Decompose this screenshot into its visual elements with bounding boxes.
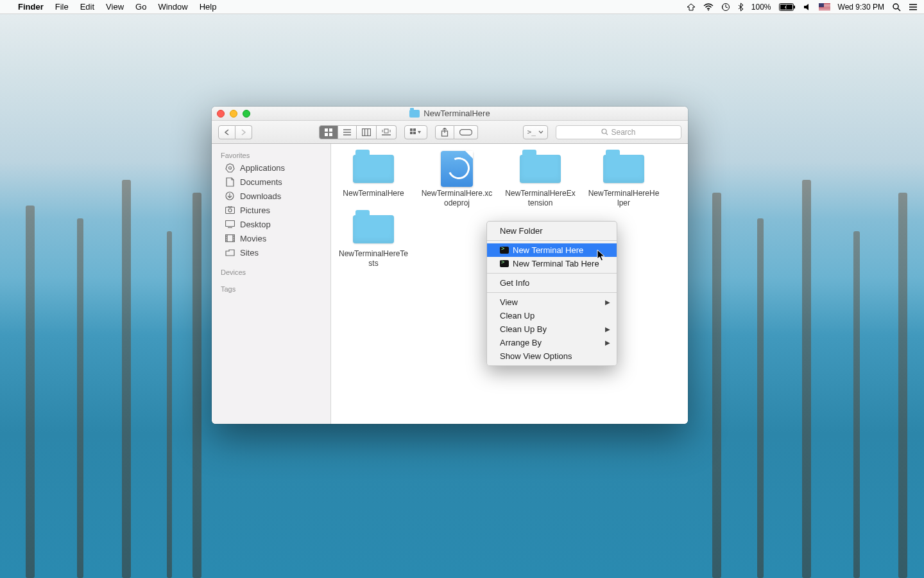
sidebar-item-sites[interactable]: Sites (212, 245, 330, 259)
sidebar-item-movies[interactable]: Movies (212, 231, 330, 245)
folder-icon (352, 213, 395, 245)
svg-point-5 (893, 4, 898, 9)
sidebar-item-label: Documents (240, 177, 282, 187)
svg-rect-27 (413, 132, 416, 134)
sidebar-item-documents[interactable]: Documents (212, 175, 330, 189)
view-icon-button[interactable] (319, 125, 338, 139)
svg-rect-29 (460, 129, 472, 135)
status-clock[interactable]: Wed 9:30 PM (838, 3, 884, 12)
submenu-arrow-icon: ▶ (605, 326, 610, 333)
menu-window[interactable]: Window (158, 2, 187, 12)
terminal-icon (500, 260, 509, 267)
file-item[interactable]: NewTerminalHereExtension (504, 153, 576, 208)
context-menu-label: Arrange By (500, 338, 542, 347)
window-titlebar[interactable]: NewTerminalHere (212, 107, 688, 121)
window-minimize-button[interactable] (230, 110, 237, 118)
status-battery-percent: 100% (751, 3, 771, 12)
window-close-button[interactable] (217, 110, 225, 118)
movies-icon (225, 233, 235, 243)
finder-toolbar: >_ Search (212, 121, 688, 144)
context-menu-label: Clean Up By (500, 324, 547, 334)
status-bluetooth-icon[interactable] (738, 3, 744, 12)
sidebar-item-applications[interactable]: Applications (212, 161, 330, 175)
sidebar-item-pictures[interactable]: Pictures (212, 203, 330, 217)
app-menu[interactable]: Finder (18, 2, 44, 12)
svg-line-6 (898, 8, 900, 11)
sidebar-item-label: Downloads (240, 191, 281, 201)
folder-icon (603, 153, 645, 185)
context-menu-item[interactable]: New Terminal Tab Here (487, 257, 617, 270)
context-menu-separator (487, 240, 617, 241)
file-label: NewTerminalHereExtension (504, 189, 576, 208)
window-title-folder-icon (409, 110, 420, 118)
sidebar-item-label: Movies (240, 234, 266, 243)
arrange-dropdown-button[interactable] (404, 125, 427, 139)
svg-rect-12 (325, 133, 328, 136)
view-list-button[interactable] (338, 125, 357, 139)
sidebar-item-label: Sites (240, 248, 259, 258)
submenu-arrow-icon: ▶ (605, 339, 610, 346)
menu-go[interactable]: Go (135, 2, 146, 12)
file-item[interactable]: NewTerminalHereTests (338, 213, 409, 268)
context-menu-label: New Terminal Here (513, 245, 583, 255)
svg-rect-10 (325, 128, 328, 132)
context-menu-label: New Folder (500, 226, 542, 236)
search-field[interactable]: Search (556, 125, 681, 139)
file-label: NewTerminalHereTests (338, 249, 409, 268)
context-menu-item[interactable]: New Terminal Here (487, 243, 617, 257)
sidebar-item-desktop[interactable]: Desktop (212, 217, 330, 231)
context-menu-item[interactable]: Arrange By▶ (487, 336, 617, 349)
downloads-icon (225, 191, 235, 201)
action-dropdown-button[interactable]: >_ (523, 125, 548, 139)
status-spotlight-icon[interactable] (892, 3, 901, 12)
svg-rect-11 (329, 128, 332, 132)
context-menu-label: Clean Up (500, 311, 535, 320)
status-battery-icon[interactable] (779, 3, 796, 11)
sidebar-item-downloads[interactable]: Downloads (212, 189, 330, 203)
svg-rect-26 (410, 132, 413, 134)
menu-view[interactable]: View (106, 2, 124, 12)
view-column-button[interactable] (357, 125, 377, 139)
status-volume-icon[interactable] (803, 3, 811, 11)
status-timemachine-icon[interactable] (721, 3, 730, 12)
svg-point-0 (708, 9, 709, 10)
menu-edit[interactable]: Edit (80, 2, 94, 12)
menu-file[interactable]: File (55, 2, 69, 12)
file-item[interactable]: NewTerminalHere (338, 153, 409, 208)
context-menu-item[interactable]: Show View Options (487, 349, 617, 363)
svg-line-31 (606, 133, 608, 135)
view-mode-group (319, 125, 397, 139)
pictures-icon (225, 205, 235, 215)
file-item[interactable]: NewTerminalHere.xcodeproj (421, 153, 493, 208)
nav-back-button[interactable] (218, 125, 235, 139)
svg-point-30 (602, 129, 606, 134)
menu-help[interactable]: Help (200, 2, 217, 12)
status-input-flag-icon[interactable] (819, 3, 830, 11)
folder-icon (519, 153, 561, 185)
tags-button[interactable] (454, 125, 478, 139)
share-button[interactable] (435, 125, 454, 139)
nav-forward-button[interactable] (235, 125, 252, 139)
context-menu-item[interactable]: View▶ (487, 295, 617, 309)
context-menu-label: Show View Options (500, 351, 572, 361)
context-menu: New FolderNew Terminal HereNew Terminal … (486, 221, 617, 366)
view-coverflow-button[interactable] (377, 125, 397, 139)
sidebar-item-label: Desktop (240, 220, 271, 229)
status-notification-icon[interactable] (909, 3, 918, 11)
finder-sidebar: Favorites Applications Documents Downloa… (212, 144, 331, 424)
terminal-icon (500, 247, 509, 254)
search-placeholder: Search (611, 128, 635, 137)
window-zoom-button[interactable] (243, 110, 250, 118)
status-wifi-icon[interactable] (703, 3, 714, 11)
context-menu-separator (487, 273, 617, 274)
status-sync-icon[interactable] (687, 3, 696, 11)
svg-rect-34 (225, 207, 234, 214)
sidebar-header-favorites: Favorites (212, 149, 330, 161)
documents-icon (225, 177, 235, 187)
context-menu-item[interactable]: Clean Up By▶ (487, 322, 617, 336)
folder-icon (352, 153, 395, 185)
file-item[interactable]: NewTerminalHereHelper (588, 153, 660, 208)
context-menu-item[interactable]: Get Info (487, 276, 617, 290)
context-menu-item[interactable]: Clean Up (487, 309, 617, 322)
context-menu-item[interactable]: New Folder (487, 224, 617, 238)
